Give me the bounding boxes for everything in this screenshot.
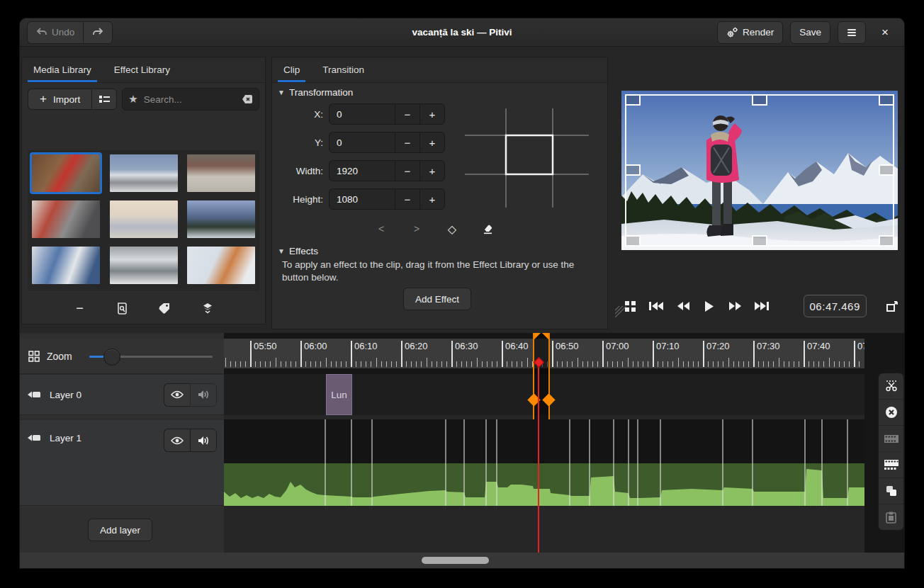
undo-button[interactable]: Undo	[27, 21, 83, 44]
search-input[interactable]: ★ Search...	[122, 88, 259, 111]
ruler-tick	[578, 358, 578, 367]
media-thumbnail[interactable]	[32, 154, 100, 192]
view-mode-button[interactable]	[91, 89, 117, 110]
add-effect-button[interactable]: Add Effect	[403, 288, 471, 310]
import-button[interactable]: + Import	[28, 89, 91, 110]
render-button[interactable]: Render	[717, 21, 783, 44]
media-thumbnail[interactable]	[110, 200, 178, 238]
previous-keyframe-button[interactable]: <	[371, 220, 391, 237]
tab-clip[interactable]: Clip	[272, 57, 311, 82]
insert-at-end-button[interactable]	[196, 298, 220, 318]
next-keyframe-button[interactable]: >	[407, 220, 427, 237]
ruler-label: 07:30	[757, 341, 780, 351]
width-spinbox[interactable]: 1920 − +	[329, 160, 445, 181]
title-clip[interactable]: Lun	[326, 374, 352, 415]
close-button[interactable]: ×	[873, 26, 897, 40]
fast-forward-button[interactable]	[725, 295, 746, 317]
undock-viewer-button[interactable]	[881, 295, 903, 317]
height-increment-button[interactable]: +	[419, 189, 444, 209]
media-thumbnail[interactable]	[110, 247, 178, 284]
menu-button[interactable]	[838, 21, 866, 44]
paste-button[interactable]	[879, 504, 903, 530]
height-spinbox[interactable]: 1080 − +	[329, 188, 445, 210]
expander-arrow-icon: ▼	[278, 89, 285, 96]
layer1-audio-toggle[interactable]	[190, 429, 217, 452]
effects-section-header[interactable]: ▼ Effects	[278, 246, 318, 256]
ruler-tick	[527, 358, 528, 367]
layer1-visibility-toggle[interactable]	[164, 429, 190, 452]
tab-transition[interactable]: Transition	[311, 57, 376, 82]
timecode-entry[interactable]: 06:47.469	[804, 295, 867, 317]
ruler-tick	[281, 361, 281, 367]
timeline-toolbar	[878, 373, 904, 531]
ungroup-button[interactable]	[879, 426, 903, 452]
copy-button[interactable]	[879, 478, 903, 504]
add-layer-button[interactable]: Add layer	[88, 519, 152, 541]
ruler-tick	[346, 361, 346, 367]
horizontal-scrollbar[interactable]	[20, 553, 904, 568]
minus-icon: −	[76, 301, 84, 316]
media-thumbnail[interactable]	[187, 200, 255, 238]
x-decrement-button[interactable]: −	[395, 104, 419, 124]
undo-redo-group: Undo	[27, 21, 113, 44]
tags-button[interactable]	[153, 298, 177, 318]
clip-properties-button[interactable]	[111, 298, 135, 318]
go-end-button[interactable]	[751, 295, 772, 317]
rewind-button[interactable]	[672, 295, 694, 317]
toggle-keyframe-button[interactable]: ◇	[442, 220, 462, 237]
go-start-button[interactable]	[646, 295, 667, 317]
group-button[interactable]	[879, 452, 903, 478]
layer1-video-track[interactable]	[224, 419, 864, 463]
media-thumbnail[interactable]	[32, 200, 100, 238]
selected-clip[interactable]	[533, 333, 550, 419]
width-decrement-button[interactable]: −	[395, 161, 419, 181]
trim-handle-left[interactable]	[534, 333, 541, 339]
tab-effect-library[interactable]: Effect Library	[103, 57, 181, 82]
layer0-toggles	[164, 383, 217, 407]
clear-search-icon[interactable]	[242, 94, 253, 105]
transformation-section-header[interactable]: ▼ Transformation	[278, 87, 353, 98]
ruler-tick	[773, 361, 774, 367]
ruler-tick	[466, 361, 467, 367]
effects-title: Effects	[289, 246, 318, 256]
playhead-line	[538, 364, 539, 553]
ruler-tick	[351, 341, 352, 367]
video-camera-icon	[27, 390, 41, 400]
reset-transform-button[interactable]	[478, 220, 497, 237]
save-label: Save	[799, 27, 821, 38]
height-decrement-button[interactable]: −	[395, 189, 419, 209]
remove-asset-button[interactable]: −	[68, 298, 92, 318]
layer0-visibility-toggle[interactable]	[164, 383, 190, 407]
trim-handle-right[interactable]	[542, 333, 548, 339]
timeline-empty-area[interactable]	[224, 506, 864, 553]
height-label: Height:	[279, 194, 323, 205]
y-spinbox[interactable]: 0 − +	[329, 132, 445, 153]
x-increment-button[interactable]: +	[419, 104, 444, 124]
width-increment-button[interactable]: +	[419, 161, 444, 181]
media-thumbnail[interactable]	[187, 247, 255, 284]
y-increment-button[interactable]: +	[419, 132, 444, 152]
delete-clip-button[interactable]	[879, 400, 903, 426]
resize-grip[interactable]	[615, 306, 626, 317]
x-spinbox[interactable]: 0 − +	[329, 103, 445, 125]
media-thumbnail[interactable]	[187, 154, 255, 192]
x-label: X:	[279, 109, 323, 120]
ruler-label: 07	[857, 341, 864, 351]
zoom-slider-handle[interactable]	[103, 349, 120, 366]
ruler-tick	[305, 361, 306, 367]
y-decrement-button[interactable]: −	[395, 132, 419, 152]
zoom-slider[interactable]	[89, 349, 215, 364]
split-clip-button[interactable]	[879, 373, 903, 400]
media-thumbnail[interactable]	[110, 154, 178, 192]
scrollbar-thumb[interactable]	[422, 557, 489, 564]
layer0-audio-toggle[interactable]	[190, 383, 217, 407]
media-thumbnail[interactable]	[32, 247, 100, 284]
tab-media-library[interactable]: Media Library	[22, 57, 103, 82]
save-button[interactable]: Save	[790, 21, 830, 44]
layer0-name: Layer 0	[50, 390, 81, 400]
preview-video-frame[interactable]	[621, 91, 898, 250]
play-button[interactable]	[699, 295, 720, 317]
layer1-audio-track[interactable]	[224, 463, 864, 506]
ruler-tick	[361, 361, 361, 367]
redo-button[interactable]	[83, 21, 113, 44]
